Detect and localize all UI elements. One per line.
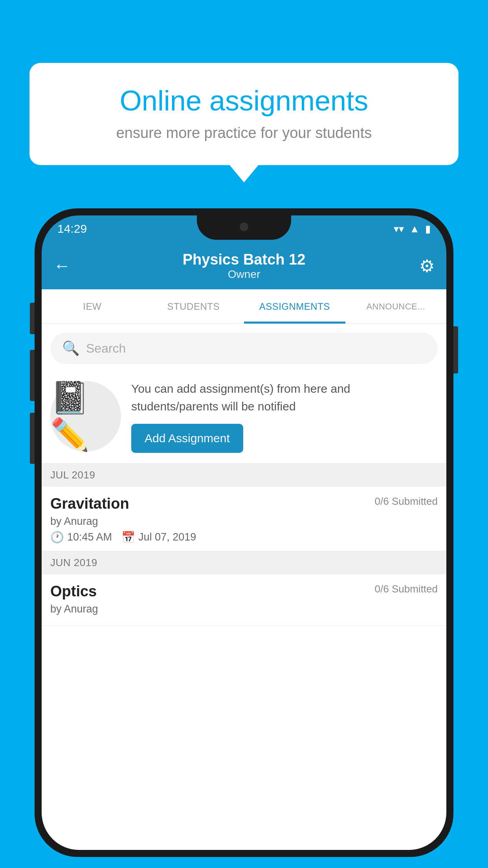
back-button[interactable]: ← [53,256,71,276]
tab-assignments[interactable]: ASSIGNMENTS [244,289,345,324]
promo-section: 📓✏️ You can add assignment(s) from here … [42,371,446,463]
assignment-optics-by: by Anurag [50,603,438,615]
assignment-optics-submitted: 0/6 Submitted [375,583,438,595]
status-time: 14:29 [57,222,87,235]
clock-icon: 🕐 [50,531,64,544]
app-bar-title: Physics Batch 12 [183,251,306,268]
power-button [453,326,458,373]
bubble-subtitle: ensure more practice for your students [53,125,435,142]
wifi-icon: ▾▾ [394,223,404,235]
status-icons: ▾▾ ▲ ▮ [394,223,431,235]
phone-frame: 14:29 ▾▾ ▲ ▮ ← Physics Batch 12 Owner ⚙ … [35,208,453,857]
silent-button [30,413,35,464]
assignment-submitted: 0/6 Submitted [375,495,438,508]
screen-content: 🔍 Search 📓✏️ You can add assignment(s) f… [42,324,446,850]
promo-icon-circle: 📓✏️ [50,381,121,452]
settings-icon[interactable]: ⚙ [419,256,435,276]
search-icon: 🔍 [62,340,80,357]
tabs-bar: IEW STUDENTS ASSIGNMENTS ANNOUNCE... [42,289,446,324]
speech-bubble-wrapper: Online assignments ensure more practice … [29,63,459,165]
app-bar-subtitle: Owner [183,268,306,281]
assignment-gravitation[interactable]: Gravitation 0/6 Submitted by Anurag 🕐 10… [42,487,446,551]
section-month-label-jun: JUN 2019 [50,557,97,568]
calendar-icon: 📅 [121,531,135,544]
assignment-time-row: 🕐 10:45 AM 📅 Jul 07, 2019 [50,531,438,544]
assignment-by: by Anurag [50,515,438,528]
phone-screen: 14:29 ▾▾ ▲ ▮ ← Physics Batch 12 Owner ⚙ … [42,215,446,850]
assignment-date-value: Jul 07, 2019 [138,531,196,543]
tab-iew[interactable]: IEW [42,289,143,324]
camera [240,223,248,231]
section-jul-2019: JUL 2019 [42,463,446,487]
speech-bubble: Online assignments ensure more practice … [29,63,459,165]
tab-announcements[interactable]: ANNOUNCE... [345,289,447,324]
volume-down-button [30,350,35,401]
assignment-optics-top-row: Optics 0/6 Submitted [50,583,438,600]
promo-text-side: You can add assignment(s) from here and … [131,380,438,453]
assignment-time: 🕐 10:45 AM [50,531,112,544]
assignment-top-row: Gravitation 0/6 Submitted [50,495,438,512]
assignment-time-value: 10:45 AM [67,531,112,543]
assignment-title: Gravitation [50,495,129,512]
search-bar[interactable]: 🔍 Search [50,333,438,364]
notebook-icon: 📓✏️ [50,379,121,453]
bubble-title: Online assignments [53,85,435,117]
promo-description: You can add assignment(s) from here and … [131,380,438,415]
volume-up-button [30,303,35,334]
search-placeholder: Search [86,341,126,356]
assignment-optics[interactable]: Optics 0/6 Submitted by Anurag [42,574,446,626]
section-jun-2019: JUN 2019 [42,551,446,574]
section-month-label: JUL 2019 [50,469,95,481]
app-bar: ← Physics Batch 12 Owner ⚙ [42,242,446,289]
assignment-date: 📅 Jul 07, 2019 [121,531,196,544]
battery-icon: ▮ [425,223,431,235]
add-assignment-button[interactable]: Add Assignment [131,424,243,453]
app-bar-title-block: Physics Batch 12 Owner [183,251,306,281]
assignment-optics-title: Optics [50,583,97,600]
phone-notch [197,215,291,240]
signal-icon: ▲ [409,223,420,235]
tab-students[interactable]: STUDENTS [143,289,244,324]
